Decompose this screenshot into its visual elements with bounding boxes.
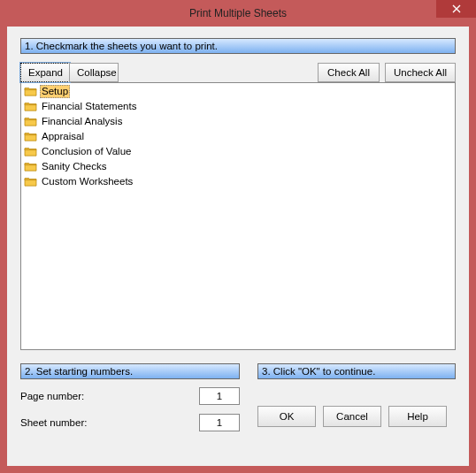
- collapse-button[interactable]: Collapse: [69, 63, 119, 82]
- tree-item[interactable]: Custom Worksheets: [21, 174, 455, 189]
- tree-item-label: Setup: [40, 85, 70, 98]
- section-3-header: 3. Click "OK" to continue.: [257, 363, 456, 379]
- tree-item[interactable]: Financial Statements: [21, 99, 455, 114]
- tree-item[interactable]: Financial Analysis: [21, 114, 455, 129]
- page-number-label: Page number:: [20, 391, 199, 401]
- tree-item-label: Custom Worksheets: [40, 175, 134, 188]
- sheet-number-label: Sheet number:: [20, 417, 199, 428]
- sheet-tree[interactable]: Setup Financial Statements Financial Ana…: [20, 82, 456, 350]
- uncheck-all-button[interactable]: Uncheck All: [385, 63, 456, 82]
- window-title: Print Multiple Sheets: [189, 7, 287, 19]
- expand-button[interactable]: Expand: [20, 63, 70, 82]
- page-number-input[interactable]: [199, 387, 240, 405]
- folder-icon: [24, 101, 37, 112]
- folder-icon: [24, 161, 37, 172]
- tree-item[interactable]: Sanity Checks: [21, 159, 455, 174]
- ok-button[interactable]: OK: [257, 406, 316, 427]
- cancel-button[interactable]: Cancel: [323, 406, 381, 427]
- section-2-header: 2. Set starting numbers.: [20, 363, 240, 379]
- tree-item[interactable]: Setup: [21, 84, 455, 99]
- folder-icon: [24, 86, 37, 97]
- section-1-header: 1. Checkmark the sheets you want to prin…: [20, 38, 456, 54]
- tree-item-label: Financial Analysis: [40, 115, 124, 128]
- close-icon: [452, 4, 461, 13]
- folder-icon: [24, 131, 37, 142]
- folder-icon: [24, 116, 37, 127]
- help-button[interactable]: Help: [388, 406, 447, 427]
- check-all-button[interactable]: Check All: [318, 63, 380, 82]
- dialog-body: 1. Checkmark the sheets you want to prin…: [7, 27, 469, 466]
- folder-icon: [24, 146, 37, 157]
- tree-item[interactable]: Conclusion of Value: [21, 144, 455, 159]
- tree-item-label: Financial Statements: [40, 100, 138, 113]
- sheet-number-input[interactable]: [199, 414, 240, 431]
- close-button[interactable]: [436, 0, 476, 18]
- folder-icon: [24, 176, 37, 187]
- tree-item-label: Sanity Checks: [40, 160, 109, 173]
- tree-toolbar: Expand Collapse Check All Uncheck All: [20, 63, 456, 82]
- tree-item-label: Appraisal: [40, 130, 86, 143]
- tree-item[interactable]: Appraisal: [21, 129, 455, 144]
- tree-item-label: Conclusion of Value: [40, 145, 133, 158]
- title-bar: Print Multiple Sheets: [0, 0, 476, 27]
